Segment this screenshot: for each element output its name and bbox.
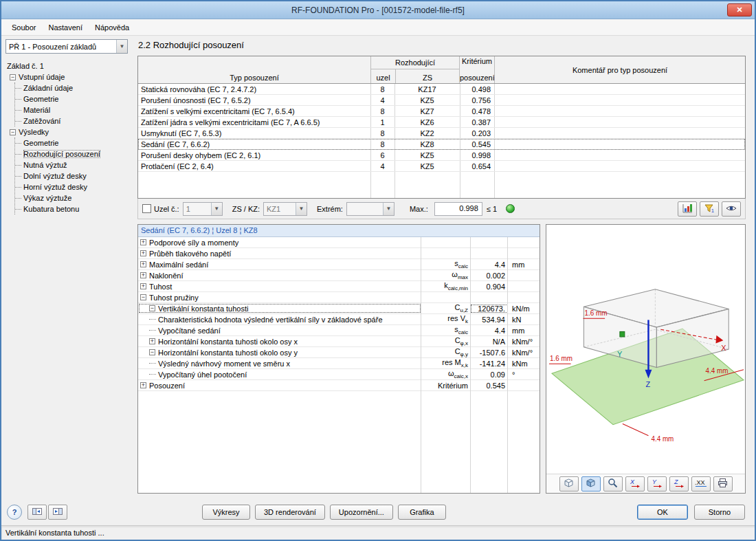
sidebar-item-kubatura-betonu[interactable]: Kubatura betonu [15, 203, 132, 214]
detail-row[interactable]: +Maximální sedáníscalc4.4mm [138, 259, 540, 270]
detail-row[interactable]: −Horizontální konstanta tuhosti okolo os… [138, 347, 540, 358]
solid-view-button[interactable] [581, 476, 601, 492]
results-table-row[interactable]: Zatížení s velkými excentricitami (EC 7,… [138, 106, 745, 117]
detail-row-label: Horizontální konstanta tuhosti okolo osy… [158, 349, 298, 357]
detail-row-label: Tuhost [149, 283, 172, 291]
sidebar-item-dolni-vyztuz-desky[interactable]: Dolní výztuž desky [15, 170, 132, 181]
expander-icon[interactable]: + [140, 382, 146, 388]
detail-row[interactable]: +Tuhostkcalc,min0.904 [138, 281, 540, 292]
node-filter-checkbox[interactable] [142, 204, 151, 213]
view-y-button[interactable]: Y [647, 476, 667, 492]
tree-item-label: Výsledky [19, 128, 49, 136]
expander-icon[interactable]: + [140, 283, 146, 289]
print-button[interactable] [713, 476, 733, 492]
sidebar-item-rozhodujici-posouzeni[interactable]: Rozhodující posouzení [15, 148, 132, 159]
expander-icon[interactable]: − [149, 305, 155, 311]
ok-button[interactable]: OK [637, 505, 688, 520]
help-button[interactable]: ? [7, 505, 22, 520]
max-value-field[interactable]: 0.998 [434, 202, 482, 216]
graphics-button[interactable]: Grafika [398, 505, 446, 520]
sidebar-item-geometrie[interactable]: Geometrie [15, 93, 132, 104]
cell-criterion: 0.545 [460, 140, 494, 148]
expander-icon[interactable]: − [140, 294, 146, 300]
view-x-button[interactable]: X [625, 476, 645, 492]
render-3d-view[interactable]: X Z Y 1.6 mm 1.6 mm 4.4 mm [546, 225, 745, 474]
close-button[interactable]: ✕ [727, 3, 752, 16]
cell-design-type: Statická rovnováha (EC 7, 2.4.7.2) [138, 85, 370, 93]
results-table-row[interactable]: Zatížení jádra s velkými excentricitami … [138, 117, 745, 128]
detail-row[interactable]: +Průběh tlakového napětí [138, 248, 540, 259]
view-z-button[interactable]: Z [669, 476, 689, 492]
zoom-view-button[interactable] [603, 476, 623, 492]
sidebar-item-vysledky[interactable]: −Výsledky [5, 126, 132, 137]
zs-select[interactable]: KZ1 ▼ [263, 202, 307, 216]
tree-expander-icon[interactable]: − [10, 74, 16, 80]
results-table-row[interactable]: Porušení desky ohybem (EC 2, 6.1)6KZ50.9… [138, 150, 745, 161]
expander-icon[interactable]: − [149, 349, 155, 355]
menubar: SouborNastaveníNápověda [1, 19, 755, 36]
detail-unit: kNm/° [508, 338, 540, 346]
cancel-button[interactable]: Storno [694, 505, 745, 520]
expander-icon[interactable]: + [140, 272, 146, 278]
detail-row[interactable]: +Podporové síly a momenty [138, 237, 540, 248]
next-table-button[interactable] [48, 505, 67, 520]
sidebar-item-zatezovani[interactable]: Zatěžování [15, 115, 132, 126]
results-table-row[interactable]: Porušení únosnosti (EC 7, 6.5.2)4KZ50.75… [138, 95, 745, 106]
sidebar-item-material[interactable]: Materiál [15, 104, 132, 115]
node-select[interactable]: 1 ▼ [183, 202, 223, 216]
expander-icon[interactable]: + [140, 239, 146, 245]
sidebar-item-zaklad-c-1[interactable]: Základ č. 1 [5, 60, 132, 71]
drawings-button[interactable]: Výkresy [202, 505, 250, 520]
prev-table-button[interactable] [27, 505, 47, 520]
criterion-filter-button[interactable]: 1 [700, 201, 719, 217]
results-table-row[interactable]: Statická rovnováha (EC 7, 2.4.7.2)8KZ170… [138, 84, 745, 95]
detail-row[interactable]: +Nakloněníωmax0.002 [138, 270, 540, 281]
dimension-top: 1.6 mm [584, 309, 607, 317]
detail-row-label: Naklonění [149, 272, 184, 280]
detail-row[interactable]: Vypočítané sedáníscalc4.4mm [138, 325, 540, 336]
detail-row[interactable]: Vypočítaný úhel pootočeníωcalc,x0.09° [138, 369, 540, 380]
svg-text:Z: Z [674, 478, 678, 485]
tree-item-label: Základní údaje [23, 84, 73, 92]
visibility-button[interactable] [722, 201, 741, 217]
detail-row[interactable]: Výsledný návrhový moment ve směru xres M… [138, 358, 540, 369]
titlebar[interactable]: RF-FOUNDATION Pro - [001572-model-file-r… [1, 1, 755, 19]
expander-icon[interactable]: + [140, 261, 146, 267]
isometric-view-button[interactable] [559, 476, 579, 492]
max-limit-label: ≤ 1 [487, 205, 497, 213]
sidebar-item-vstupni-udaje[interactable]: −Vstupní údaje [5, 71, 132, 82]
menu-item-soubor[interactable]: Soubor [5, 21, 42, 34]
cell-design-type: Zatížení jádra s velkými excentricitami … [138, 118, 370, 126]
messages-button[interactable]: Upozornění... [330, 505, 393, 520]
3d-rendering-button[interactable]: 3D renderování [255, 505, 325, 520]
tree-item-label: Geometrie [23, 95, 58, 103]
decimal-places-button[interactable]: .XX [691, 476, 711, 492]
detail-row[interactable]: −Tuhost pružiny [138, 292, 540, 303]
extreme-select[interactable]: ▼ [346, 202, 394, 216]
expander-icon[interactable]: + [149, 338, 155, 344]
sidebar-item-zakladni-udaje[interactable]: Základní údaje [15, 82, 132, 93]
detail-row[interactable]: Charakteristická hodnota výsledné vertik… [138, 314, 540, 325]
results-table-row[interactable]: Sedání (EC 7, 6.6.2)8KZ80.545 [138, 139, 745, 150]
detail-row-labelcell: +Průběh tlakového napětí [138, 248, 421, 258]
results-table-row[interactable]: Protlačení (EC 2, 6.4)4KZ50.654 [138, 161, 745, 172]
tree-expander-icon[interactable]: − [10, 129, 16, 135]
sidebar-item-vykaz-vyztuze[interactable]: Výkaz výztuže [15, 192, 132, 203]
sidebar-item-geometrie[interactable]: Geometrie [15, 137, 132, 148]
sidebar-item-nutna-vyztuz[interactable]: Nutná výztuž [15, 159, 132, 170]
print-icon [717, 478, 729, 489]
node-marker [620, 331, 625, 336]
detail-row-labelcell: +Podporové síly a momenty [138, 237, 421, 247]
detail-row[interactable]: +PosouzeníKritérium0.545 [138, 380, 540, 391]
detail-row[interactable]: −Vertikální konstanta tuhostiCu,Z120673.… [138, 303, 540, 314]
results-table-row[interactable]: Usmyknutí (EC 7, 6.5.3)8KZ20.203 [138, 128, 745, 139]
menu-item-napoveda[interactable]: Nápověda [89, 21, 135, 34]
axis-y-label: Y [617, 349, 623, 357]
detail-row[interactable]: +Horizontální konstanta tuhosti okolo os… [138, 336, 540, 347]
expander-icon[interactable]: + [140, 250, 146, 256]
menu-item-nastaveni[interactable]: Nastavení [42, 21, 89, 34]
result-diagrams-button[interactable] [678, 201, 697, 217]
cell-criterion: 0.998 [460, 151, 494, 159]
sidebar-item-horni-vyztuz-desky[interactable]: Horní výztuž desky [15, 181, 132, 192]
design-case-select[interactable]: PŘ 1 - Posouzení základů ▼ [5, 39, 128, 54]
